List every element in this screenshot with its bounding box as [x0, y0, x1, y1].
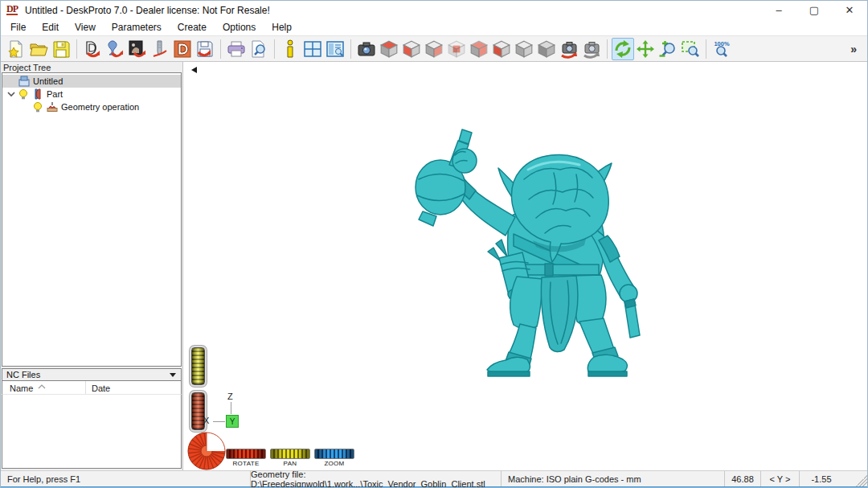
- snapshot-view-button[interactable]: [355, 38, 378, 60]
- zoom-in-out-button[interactable]: [657, 38, 679, 60]
- chevron-down-icon[interactable]: [6, 89, 16, 99]
- window-controls: – ▢ ✕: [761, 1, 867, 19]
- save-floppy-icon: [51, 39, 71, 59]
- cube-back-red-icon: [447, 39, 466, 59]
- tree-item-part[interactable]: Part: [2, 88, 181, 100]
- visibility-bulb-icon[interactable]: [18, 88, 29, 100]
- column-header-name[interactable]: Name: [2, 381, 86, 394]
- bitmap-wizard-icon: [128, 39, 147, 59]
- nc-files-dropdown[interactable]: NC Files: [2, 368, 182, 381]
- close-button[interactable]: ✕: [832, 1, 867, 19]
- deskproto-window: DP Untitled - DeskProto 7.0 - Dealer lic…: [0, 0, 868, 488]
- toolbar-separator: [350, 39, 351, 59]
- save-ncfile-button[interactable]: [194, 38, 216, 60]
- rotate-view-icon: [613, 39, 633, 59]
- rotate-mode-button[interactable]: ROTATE: [226, 449, 266, 467]
- new-file-icon: [6, 39, 26, 59]
- axis-z-line: [231, 402, 231, 414]
- thumbwheel-yellow[interactable]: [191, 347, 205, 385]
- menu-file[interactable]: File: [2, 20, 34, 35]
- title-bar: DP Untitled - DeskProto 7.0 - Dealer lic…: [1, 1, 867, 19]
- toolbar-separator: [220, 39, 221, 59]
- minimize-button[interactable]: –: [761, 1, 796, 19]
- cube-top-red-icon: [379, 39, 399, 59]
- tree-item-operation[interactable]: Geometry operation: [2, 100, 181, 113]
- toolbar-separator: [76, 39, 77, 59]
- view-perspective-button[interactable]: [535, 38, 558, 60]
- view-isometric-button[interactable]: [513, 38, 535, 60]
- axis-x-line: [213, 421, 225, 422]
- status-machine: Machine: ISO plain G-codes - mm: [501, 471, 724, 486]
- bitmap-wizard-button[interactable]: [126, 38, 149, 60]
- printer-icon: [227, 39, 246, 59]
- store-view-button[interactable]: [580, 38, 603, 60]
- toolbar-separator: [706, 39, 706, 59]
- info-icon: [280, 39, 300, 59]
- view-left-button[interactable]: [490, 38, 513, 60]
- tree-item-label: Geometry operation: [61, 102, 139, 112]
- viewport-settings-button[interactable]: [324, 38, 346, 60]
- new-project-button[interactable]: [5, 38, 27, 60]
- collapse-panel-icon[interactable]: [188, 67, 197, 73]
- zoom-window-button[interactable]: [679, 38, 702, 60]
- view-back-button[interactable]: [445, 38, 468, 60]
- menu-bar: File Edit View Parameters Create Options…: [1, 19, 867, 35]
- left-panel: Project Tree Untitled Part Geometry oper…: [1, 62, 183, 470]
- menu-help[interactable]: Help: [264, 20, 300, 35]
- cube-perspective-icon: [537, 39, 556, 59]
- sort-ascending-icon: [38, 381, 46, 391]
- view-top-button[interactable]: [378, 38, 400, 60]
- geometry-wizard-button[interactable]: [81, 38, 104, 60]
- nc-files-label: NC Files: [6, 370, 40, 379]
- cube-corner-red-icon: [469, 39, 489, 59]
- column-header-date[interactable]: Date: [86, 381, 113, 394]
- zoom-mode-button[interactable]: ZOOM: [314, 449, 354, 467]
- maximize-button[interactable]: ▢: [796, 1, 832, 19]
- rotate-view-button[interactable]: [612, 38, 634, 60]
- open-project-button[interactable]: [27, 38, 50, 60]
- toolbar-overflow-chevron[interactable]: »: [850, 43, 857, 55]
- zoom-100-button[interactable]: 100%: [710, 38, 733, 60]
- camera-store-gray-icon: [582, 39, 601, 59]
- cutter-wizard-button[interactable]: [149, 38, 171, 60]
- camera-reset-red-icon: [559, 39, 579, 59]
- toolbar: 100% »: [1, 35, 867, 62]
- nc-files-list[interactable]: [2, 395, 182, 469]
- rotate-dial[interactable]: [186, 431, 227, 471]
- menu-parameters[interactable]: Parameters: [104, 20, 170, 35]
- status-coordinate-value: 46.88: [724, 471, 760, 486]
- status-coordinate-value-2: -1.55: [799, 471, 843, 486]
- split-viewports-button[interactable]: [301, 38, 324, 60]
- project-tree-header: Project Tree: [1, 62, 182, 72]
- menu-options[interactable]: Options: [215, 20, 264, 35]
- app-logo-icon: DP: [6, 5, 18, 15]
- print-preview-button[interactable]: [248, 38, 270, 60]
- viewport-3d[interactable]: Z X Y ROTATE: [183, 62, 867, 470]
- part-wizard-button[interactable]: [104, 38, 126, 60]
- reset-view-button[interactable]: [558, 38, 580, 60]
- visibility-bulb-icon[interactable]: [32, 101, 43, 113]
- axis-z-label: Z: [227, 392, 233, 401]
- pan-mode-button[interactable]: PAN: [270, 449, 310, 467]
- tree-item-project[interactable]: Untitled: [2, 75, 181, 88]
- view-front-button[interactable]: [400, 38, 423, 60]
- resize-grip[interactable]: [856, 475, 867, 486]
- save-project-button[interactable]: [50, 38, 72, 60]
- cube-isometric-icon: [514, 39, 534, 59]
- deskproto-wizard-button[interactable]: [171, 38, 194, 60]
- print-button[interactable]: [225, 38, 248, 60]
- zoom-ridge-icon: [314, 449, 354, 459]
- cube-front-red-icon: [402, 39, 421, 59]
- menu-edit[interactable]: Edit: [34, 20, 67, 35]
- split-view-icon: [303, 39, 322, 59]
- menu-view[interactable]: View: [67, 20, 104, 35]
- view-corner-button[interactable]: [468, 38, 490, 60]
- view-right-button[interactable]: [423, 38, 445, 60]
- viewport-settings-icon: [326, 39, 345, 59]
- dropdown-arrow-icon: [170, 373, 176, 377]
- save-nc-icon: [195, 39, 215, 59]
- menu-create[interactable]: Create: [170, 20, 215, 35]
- pan-view-button[interactable]: [634, 38, 657, 60]
- info-button[interactable]: [279, 38, 301, 60]
- tree-item-label: Untitled: [33, 76, 63, 86]
